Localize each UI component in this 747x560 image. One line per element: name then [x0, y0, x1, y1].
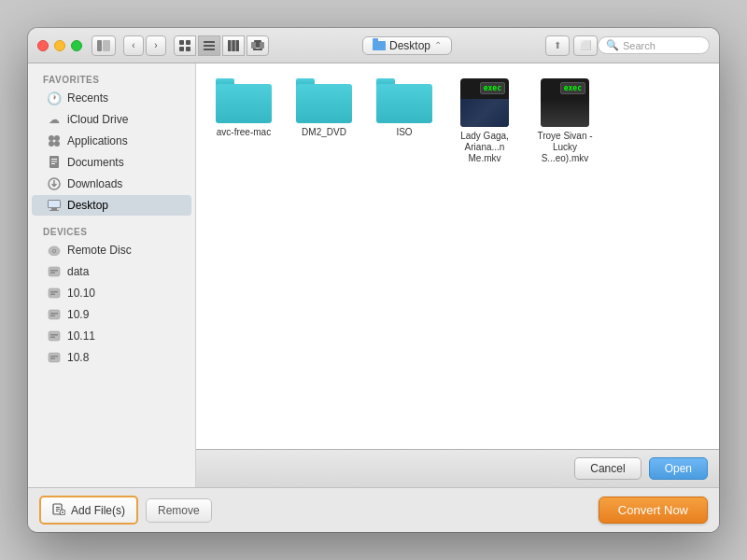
svg-rect-21: [51, 159, 57, 160]
v108-icon: [47, 350, 62, 365]
svg-point-31: [53, 250, 55, 252]
svg-rect-0: [97, 40, 102, 51]
convert-now-button[interactable]: Convert Now: [599, 497, 708, 524]
svg-rect-34: [50, 273, 55, 274]
file-label: ISO: [396, 127, 412, 138]
icon-view-button[interactable]: [174, 35, 196, 56]
sidebar-item-remote-disc[interactable]: Remote Disc: [32, 240, 191, 260]
file-label: DM2_DVD: [302, 127, 346, 138]
svg-rect-26: [51, 208, 57, 210]
svg-rect-39: [50, 313, 58, 315]
sidebar-item-label: Applications: [67, 134, 128, 147]
sidebar-item-data[interactable]: data: [32, 261, 191, 282]
svg-rect-38: [49, 310, 60, 319]
action-buttons: ⬆ ⬜: [545, 35, 598, 56]
svg-rect-42: [50, 334, 58, 336]
sidebar-item-v1010[interactable]: 10.10: [32, 283, 191, 303]
back-button[interactable]: ‹: [123, 35, 144, 56]
sidebar-item-recents[interactable]: 🕐 Recents: [32, 88, 191, 108]
svg-rect-43: [50, 337, 55, 339]
sidebar-item-documents[interactable]: Documents: [32, 152, 191, 173]
svg-rect-44: [49, 353, 60, 362]
sidebar: Favorites 🕐 Recents ☁ iCloud Drive: [28, 63, 196, 487]
close-button[interactable]: [37, 40, 49, 51]
main-content: Favorites 🕐 Recents ☁ iCloud Drive: [28, 63, 719, 487]
sidebar-item-v109[interactable]: 10.9: [32, 304, 191, 325]
sidebar-item-label: data: [67, 265, 89, 278]
file-item[interactable]: exec Lady Gaga, Ariana...n Me.mkv: [452, 78, 517, 164]
nav-buttons: ‹ ›: [123, 35, 166, 56]
svg-point-18: [49, 141, 54, 147]
exec-image: [460, 99, 509, 127]
open-button[interactable]: Open: [649, 457, 708, 480]
v1011-icon: [47, 329, 62, 343]
tag-button[interactable]: ⬜: [573, 35, 598, 56]
data-drive-icon: [47, 264, 62, 279]
search-icon: 🔍: [606, 39, 619, 51]
svg-rect-28: [49, 201, 60, 207]
file-label: avc-free-mac: [217, 127, 271, 138]
add-files-label: Add File(s): [71, 504, 125, 517]
minimize-button[interactable]: [54, 40, 65, 51]
forward-button[interactable]: ›: [146, 35, 166, 56]
sidebar-item-label: Desktop: [67, 199, 108, 212]
file-area-wrapper: avc-free-mac DM2_DVD: [196, 63, 719, 487]
file-area: avc-free-mac DM2_DVD: [196, 63, 719, 449]
svg-rect-11: [236, 40, 240, 51]
location-chevron-icon: ⌃: [434, 40, 442, 50]
recents-icon: 🕐: [47, 91, 62, 105]
add-files-icon: [52, 502, 65, 518]
v109-icon: [47, 307, 62, 322]
svg-rect-1: [103, 40, 110, 51]
column-view-button[interactable]: [222, 35, 245, 56]
svg-rect-41: [49, 331, 60, 341]
svg-rect-4: [179, 47, 184, 51]
remove-button[interactable]: Remove: [146, 498, 212, 523]
sidebar-item-icloud[interactable]: ☁ iCloud Drive: [32, 109, 191, 130]
desktop-icon: [47, 198, 62, 213]
toolbar-buttons: [92, 35, 116, 56]
svg-rect-23: [51, 163, 55, 164]
cancel-button[interactable]: Cancel: [574, 457, 641, 480]
svg-point-17: [54, 135, 60, 141]
file-item[interactable]: ISO: [372, 78, 437, 164]
svg-rect-35: [49, 288, 60, 298]
svg-rect-2: [179, 40, 184, 45]
sidebar-item-applications[interactable]: Applications: [32, 131, 191, 151]
sidebar-item-label: Documents: [67, 156, 124, 169]
svg-rect-40: [50, 315, 55, 317]
file-item[interactable]: DM2_DVD: [291, 78, 357, 164]
exec-badge: exec: [480, 82, 505, 94]
search-box[interactable]: 🔍 Search: [598, 36, 710, 54]
sidebar-toggle-button[interactable]: [92, 35, 116, 56]
share-button[interactable]: ⬆: [545, 35, 570, 56]
svg-rect-37: [50, 294, 55, 296]
sidebar-item-downloads[interactable]: Downloads: [32, 174, 191, 194]
maximize-button[interactable]: [71, 40, 82, 51]
sidebar-item-label: Recents: [67, 91, 108, 105]
location-pill[interactable]: Desktop ⌃: [362, 36, 452, 55]
exec-badge: exec: [560, 82, 585, 94]
dialog-bottom: Cancel Open: [196, 449, 719, 487]
add-files-button[interactable]: Add File(s): [39, 496, 138, 525]
sidebar-item-v1011[interactable]: 10.11: [32, 326, 191, 346]
svg-rect-36: [50, 291, 58, 293]
svg-rect-10: [232, 40, 235, 51]
remote-disc-icon: [47, 243, 62, 258]
sidebar-item-desktop[interactable]: Desktop: [32, 195, 191, 216]
exec-icon: exec: [541, 78, 589, 127]
folder-icon: [296, 78, 352, 123]
svg-rect-46: [50, 358, 55, 360]
traffic-lights: [37, 40, 82, 51]
svg-rect-6: [204, 41, 215, 43]
exec-icon: exec: [460, 78, 509, 127]
sidebar-item-v108[interactable]: 10.8: [32, 347, 191, 368]
file-item[interactable]: exec Troye Sivan - Lucky S...eo).mkv: [532, 78, 598, 164]
coverflow-view-button[interactable]: [247, 35, 269, 56]
file-label: Lady Gaga, Ariana...n Me.mkv: [452, 131, 517, 164]
sidebar-item-label: Downloads: [67, 177, 122, 190]
sidebar-item-label: 10.11: [67, 329, 95, 343]
file-item[interactable]: avc-free-mac: [211, 78, 276, 164]
svg-rect-9: [228, 40, 232, 51]
list-view-button[interactable]: [198, 35, 220, 56]
